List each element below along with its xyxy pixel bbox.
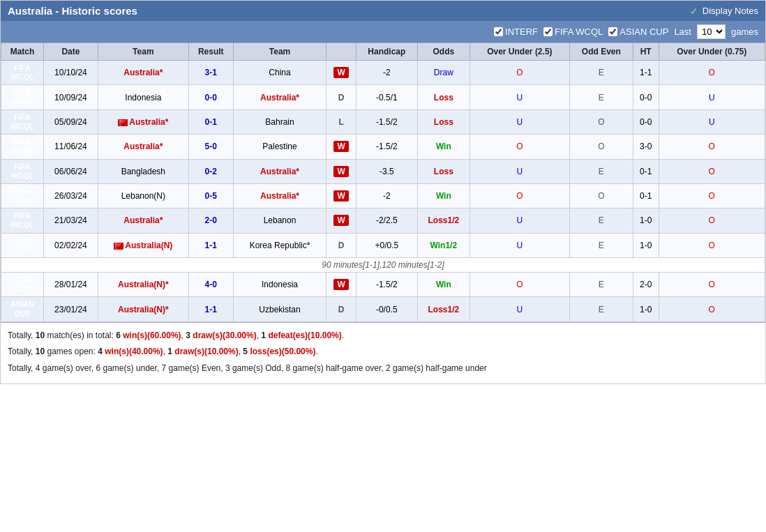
- wd-cell: W: [326, 183, 356, 208]
- date-cell: 10/09/24: [44, 85, 98, 109]
- asian-cup-checkbox[interactable]: [608, 27, 617, 36]
- team2-cell[interactable]: Indonesia: [233, 273, 326, 297]
- result-cell[interactable]: 1-1: [188, 233, 233, 257]
- interf-checkbox[interactable]: [494, 27, 503, 36]
- team2-cell[interactable]: Uzbekistan: [233, 297, 326, 321]
- team2-cell[interactable]: Bahrain: [233, 109, 326, 134]
- team1-cell[interactable]: Australia(N)*: [98, 273, 188, 297]
- ou-cell: U: [470, 159, 569, 183]
- odds-cell: Loss1/2: [417, 297, 470, 321]
- date-cell: 02/02/24: [44, 233, 98, 257]
- wd-cell: W: [326, 135, 356, 159]
- col-date: Date: [44, 43, 98, 61]
- match-type-cell: ASIANCUP: [1, 273, 44, 297]
- result-cell[interactable]: 2-0: [188, 208, 233, 233]
- fifa-wcql-checkbox[interactable]: [543, 27, 553, 36]
- team1-cell[interactable]: Australia*: [98, 208, 188, 233]
- summary-line2: Totally, 10 games open: 4 win(s)(40.00%)…: [8, 344, 758, 360]
- match-type-cell: FIFAWCQL: [1, 159, 44, 183]
- table-row: FIFAWCQL10/10/24Australia*3-1ChinaW-2Dra…: [1, 61, 765, 85]
- table-row: FIFAWCQL21/03/24Australia*2-0LebanonW-2/…: [1, 208, 765, 233]
- team1-cell[interactable]: 🚩Australia(N): [98, 233, 188, 257]
- ou2-cell: O: [659, 135, 765, 159]
- ht-cell: 0-1: [633, 159, 659, 183]
- handicap-cell: +0/0.5: [356, 233, 417, 257]
- fifa-wcql-filter[interactable]: FIFA WCQL: [543, 26, 603, 37]
- result-cell[interactable]: 0-0: [188, 85, 233, 109]
- display-notes-label: Display Notes: [703, 6, 758, 16]
- team1-cell[interactable]: Australia(N)*: [98, 297, 188, 321]
- odds-cell: Win: [417, 273, 470, 297]
- ou2-cell: O: [659, 159, 765, 183]
- col-odds: Odds: [417, 43, 470, 61]
- team2-cell[interactable]: Lebanon: [233, 208, 326, 233]
- last-label: Last: [674, 26, 691, 37]
- team2-cell[interactable]: China: [233, 61, 326, 85]
- col-wd: [326, 43, 356, 61]
- ou-cell: U: [470, 109, 569, 134]
- summary-line3: Totally, 4 game(s) over, 6 game(s) under…: [8, 361, 758, 377]
- col-team2: Team: [233, 43, 326, 61]
- games-select[interactable]: 10 20 30: [697, 24, 726, 39]
- table-row: FIFAWCQL06/06/24Bangladesh0-2Australia*W…: [1, 159, 765, 183]
- handicap-cell: -1.5/2: [356, 109, 417, 134]
- result-cell[interactable]: 1-1: [188, 297, 233, 321]
- team2-cell[interactable]: Australia*: [233, 159, 326, 183]
- filter-bar: INTERF FIFA WCQL ASIAN CUP Last 10 20 30…: [1, 21, 765, 43]
- asian-cup-filter[interactable]: ASIAN CUP: [608, 26, 668, 37]
- handicap-cell: -1.5/2: [356, 135, 417, 159]
- col-handicap: Handicap: [356, 43, 417, 61]
- ht-cell: 3-0: [633, 135, 659, 159]
- team1-cell[interactable]: Australia*: [98, 61, 188, 85]
- oe-cell: E: [569, 233, 633, 257]
- team1-cell[interactable]: Indonesia: [98, 85, 188, 109]
- col-oe: Odd Even: [569, 43, 633, 61]
- team2-cell[interactable]: Australia*: [233, 85, 326, 109]
- team1-cell[interactable]: Bangladesh: [98, 159, 188, 183]
- result-cell[interactable]: 0-2: [188, 159, 233, 183]
- ou-cell: O: [470, 135, 569, 159]
- result-cell[interactable]: 0-5: [188, 183, 233, 208]
- col-match: Match: [1, 43, 44, 61]
- odds-cell: Loss: [417, 109, 470, 134]
- result-cell[interactable]: 0-1: [188, 109, 233, 134]
- note-cell: 90 minutes[1-1],120 minutes[1-2]: [1, 258, 765, 273]
- col-ou075: Over Under (0.75): [659, 43, 765, 61]
- ht-cell: 2-0: [633, 273, 659, 297]
- odds-cell: Win: [417, 183, 470, 208]
- team2-cell[interactable]: Australia*: [233, 183, 326, 208]
- team2-cell[interactable]: Palestine: [233, 135, 326, 159]
- ht-cell: 1-0: [633, 233, 659, 257]
- result-cell[interactable]: 4-0: [188, 273, 233, 297]
- fifa-wcql-label: FIFA WCQL: [555, 26, 603, 37]
- handicap-cell: -2/2.5: [356, 208, 417, 233]
- table-row: ASIANCUP23/01/24Australia(N)*1-1Uzbekist…: [1, 297, 765, 321]
- wd-cell: W: [326, 208, 356, 233]
- match-type-cell: FIFAWCQL: [1, 85, 44, 109]
- oe-cell: E: [569, 61, 633, 85]
- date-cell: 06/06/24: [44, 159, 98, 183]
- odds-cell: Win: [417, 135, 470, 159]
- wd-cell: W: [326, 61, 356, 85]
- interf-filter[interactable]: INTERF: [494, 26, 538, 37]
- display-notes-check: ✓: [690, 6, 698, 17]
- team1-cell[interactable]: Australia*: [98, 135, 188, 159]
- asian-cup-label: ASIAN CUP: [619, 26, 668, 37]
- oe-cell: E: [569, 208, 633, 233]
- date-cell: 21/03/24: [44, 208, 98, 233]
- team1-cell[interactable]: 🚩Australia*: [98, 109, 188, 134]
- team1-cell[interactable]: Lebanon(N): [98, 183, 188, 208]
- team2-cell[interactable]: Korea Republic*: [233, 233, 326, 257]
- table-row: ASIANCUP28/01/24Australia(N)*4-0Indonesi…: [1, 273, 765, 297]
- oe-cell: E: [569, 85, 633, 109]
- ou2-cell: O: [659, 183, 765, 208]
- result-cell[interactable]: 3-1: [188, 61, 233, 85]
- table-row: FIFAWCQL11/06/24Australia*5-0PalestineW-…: [1, 135, 765, 159]
- date-cell: 28/01/24: [44, 273, 98, 297]
- result-cell[interactable]: 5-0: [188, 135, 233, 159]
- table-row: FIFAWCQL05/09/24🚩Australia*0-1BahrainL-1…: [1, 109, 765, 134]
- handicap-cell: -2: [356, 183, 417, 208]
- match-type-cell: FIFAWCQL: [1, 109, 44, 134]
- wd-cell: W: [326, 159, 356, 183]
- col-ht: HT: [633, 43, 659, 61]
